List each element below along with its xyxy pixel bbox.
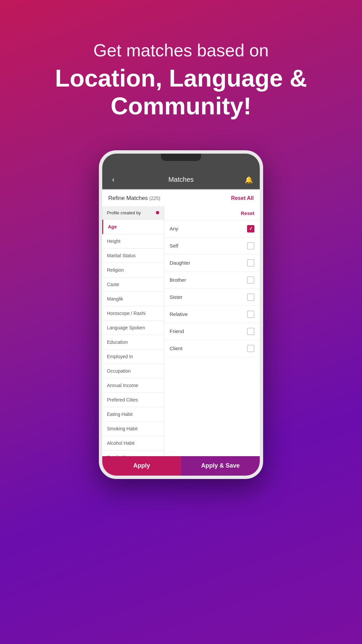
sidebar-item-language-spoken[interactable]: Language Spoken — [102, 321, 164, 335]
phone-notch — [161, 154, 201, 161]
checkbox-client[interactable] — [247, 345, 254, 352]
sidebar-item-family-status[interactable]: Family Status — [102, 450, 164, 456]
sidebar-item-smoking-habit[interactable]: Smoking Habit — [102, 422, 164, 436]
filter-sidebar: Profile created by AgeHeightMarital Stat… — [102, 206, 164, 456]
hero-section: Get matches based on Location, Language … — [0, 0, 362, 140]
option-row-brother: Brother — [164, 272, 260, 289]
checkbox-brother[interactable] — [247, 276, 254, 284]
sidebar-item-occupation[interactable]: Occupation — [102, 364, 164, 378]
phone-mockup: ‹ Matches 🔔 Refine Matches (225) Reset A… — [99, 150, 263, 479]
hero-title: Location, Language & Community! — [27, 64, 335, 120]
back-button[interactable]: ‹ — [108, 175, 118, 184]
sidebar-item-manglik[interactable]: Manglik — [102, 292, 164, 306]
checkbox-relative[interactable] — [247, 311, 254, 318]
option-row-friend: Friend — [164, 323, 260, 340]
sidebar-item-prefered-cities[interactable]: Prefered Cities — [102, 393, 164, 407]
option-label-client: Client — [170, 345, 182, 351]
option-label-relative: Relative — [170, 311, 188, 317]
checkbox-friend[interactable] — [247, 328, 254, 335]
content-area: Profile created by AgeHeightMarital Stat… — [102, 206, 260, 456]
option-row-daughter: Daughter — [164, 255, 260, 272]
sidebar-item-horoscope-rashi[interactable]: Horoscope / Rashi — [102, 306, 164, 321]
checkbox-daughter[interactable] — [247, 259, 254, 267]
action-buttons: Apply Apply & Save — [102, 456, 260, 476]
profile-created-by-label: Profile created by — [107, 210, 141, 215]
option-label-self: Self — [170, 243, 178, 249]
active-indicator-dot — [156, 211, 159, 214]
sidebar-item-annual-income[interactable]: Annual Income — [102, 378, 164, 393]
filter-items-list: AgeHeightMarital StatusReligionCasteMang… — [102, 220, 164, 456]
option-row-any: Any — [164, 220, 260, 237]
sidebar-item-height[interactable]: Height — [102, 234, 164, 249]
option-row-self: Self — [164, 237, 260, 255]
phone-wrapper: ‹ Matches 🔔 Refine Matches (225) Reset A… — [99, 140, 263, 644]
sidebar-item-marital-status[interactable]: Marital Status — [102, 249, 164, 263]
options-panel: Reset AnySelfDaughterBrotherSisterRelati… — [164, 206, 260, 456]
sidebar-item-employed-in[interactable]: Employed In — [102, 350, 164, 364]
notification-icon[interactable]: 🔔 — [244, 176, 254, 184]
sidebar-item-religion[interactable]: Religion — [102, 263, 164, 277]
option-label-friend: Friend — [170, 328, 184, 334]
sidebar-item-alcohol-habit[interactable]: Alcohol Habit — [102, 436, 164, 450]
option-label-sister: Sister — [170, 294, 182, 300]
app-header: ‹ Matches 🔔 — [102, 170, 260, 189]
option-row-client: Client — [164, 340, 260, 357]
hero-subtitle: Get matches based on — [27, 40, 335, 60]
option-row-relative: Relative — [164, 306, 260, 323]
sidebar-item-eating-habit[interactable]: Eating Habit — [102, 407, 164, 422]
apply-save-button[interactable]: Apply & Save — [181, 456, 260, 476]
apply-button[interactable]: Apply — [102, 456, 181, 476]
sidebar-item-caste[interactable]: Caste — [102, 277, 164, 292]
refine-bar: Refine Matches (225) Reset All — [102, 190, 260, 206]
option-label-any: Any — [170, 226, 178, 231]
options-header: Reset — [164, 206, 260, 220]
option-label-brother: Brother — [170, 277, 186, 283]
app-title: Matches — [168, 176, 194, 183]
reset-all-button[interactable]: Reset All — [231, 195, 254, 201]
sidebar-item-age[interactable]: Age — [102, 220, 164, 234]
option-row-sister: Sister — [164, 289, 260, 306]
refine-label: Refine Matches (225) — [108, 195, 160, 202]
checkbox-any[interactable] — [247, 225, 254, 232]
phone-top-bar — [102, 154, 260, 170]
option-label-daughter: Daughter — [170, 260, 190, 266]
sidebar-header: Profile created by — [102, 206, 164, 220]
reset-button[interactable]: Reset — [241, 210, 254, 216]
sidebar-item-education[interactable]: Education — [102, 335, 164, 350]
checkbox-sister[interactable] — [247, 293, 254, 301]
options-list: AnySelfDaughterBrotherSisterRelativeFrie… — [164, 220, 260, 357]
checkbox-self[interactable] — [247, 242, 254, 250]
